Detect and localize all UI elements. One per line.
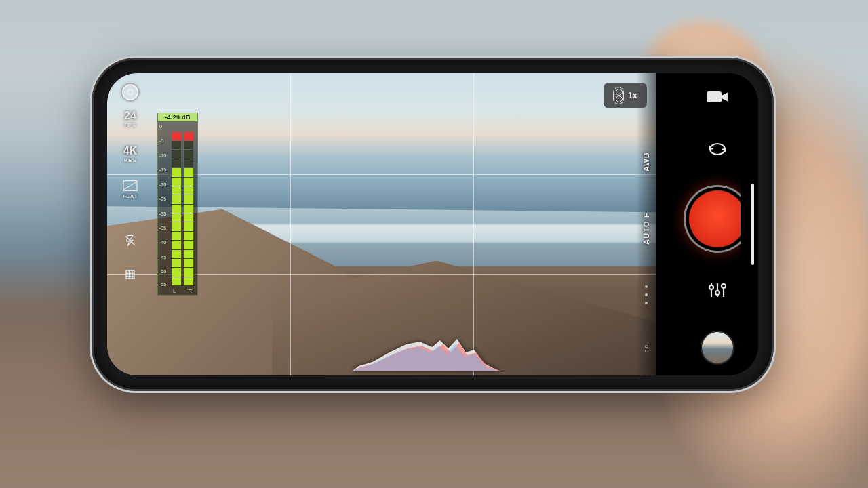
left-settings-strip: 24 FPS 4K RES FLAT [107,73,153,375]
exposure-readout: 0.0 [644,345,650,352]
viewfinder[interactable]: 24 FPS 4K RES FLAT [107,73,656,375]
video-camera-icon[interactable] [706,88,729,106]
flash-off-icon [123,235,138,247]
record-button[interactable] [689,190,746,247]
grid-line [290,73,291,375]
audio-right-label: R [188,288,192,294]
dual-lens-icon [613,87,624,104]
home-indicator [751,184,754,265]
phone-body: 24 FPS 4K RES FLAT [94,60,772,389]
lens-zoom-value: 1x [628,91,637,100]
fps-button[interactable]: 24 FPS [124,110,136,129]
audio-level-meter[interactable]: -4.29 dB 0 -5 -10 -15 -20 -25 -30 -35 -4… [157,113,198,296]
page-dots[interactable] [645,285,648,304]
gallery-thumbnail[interactable] [702,332,733,363]
lens-selector[interactable]: 1x [604,83,647,108]
audio-scale: 0 -5 -10 -15 -20 -25 -30 -35 -40 -45 -50… [159,124,169,285]
fps-label: FPS [124,122,136,128]
grid-line [473,73,474,375]
resolution-value: 4K [123,145,137,157]
svg-point-6 [715,291,719,295]
resolution-button[interactable]: 4K RES [123,145,137,164]
flash-button[interactable] [123,235,138,248]
svg-point-4 [709,285,713,289]
fps-value: 24 [124,110,136,122]
resolution-label: RES [123,157,137,163]
tone-curve-icon [123,180,138,192]
phone-screen: 24 FPS 4K RES FLAT [107,73,758,375]
audio-left-label: L [173,288,176,294]
audio-peak-readout: -4.29 dB [158,113,197,121]
svg-point-8 [722,284,726,288]
grid-toggle-button[interactable] [123,268,138,282]
camera-switch-icon[interactable] [706,140,729,157]
white-balance-button[interactable]: AWB [642,152,650,171]
vertical-readout-strip: AWB AUTO F 0.0 [636,73,656,375]
grid-icon [123,268,138,281]
phone-notch [741,167,758,282]
svg-rect-2 [707,92,722,102]
focus-mode-button[interactable]: AUTO F [642,212,650,245]
audio-bars [172,124,193,285]
color-profile-button[interactable]: FLAT [123,180,138,199]
color-profile-label: FLAT [123,193,138,199]
sliders-icon[interactable] [706,281,729,299]
histogram[interactable] [352,332,501,371]
